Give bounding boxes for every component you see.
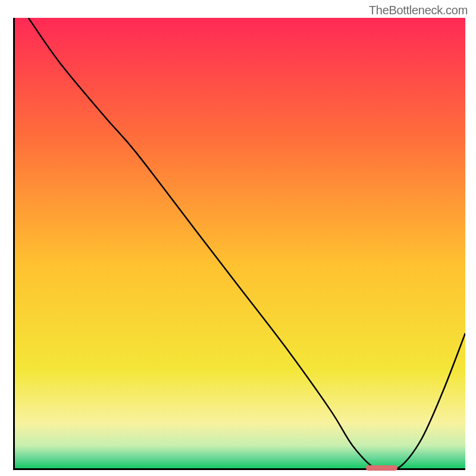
bottleneck-curve <box>15 18 465 468</box>
optimal-range-marker <box>366 465 397 471</box>
watermark-text: TheBottleneck.com <box>369 4 468 17</box>
